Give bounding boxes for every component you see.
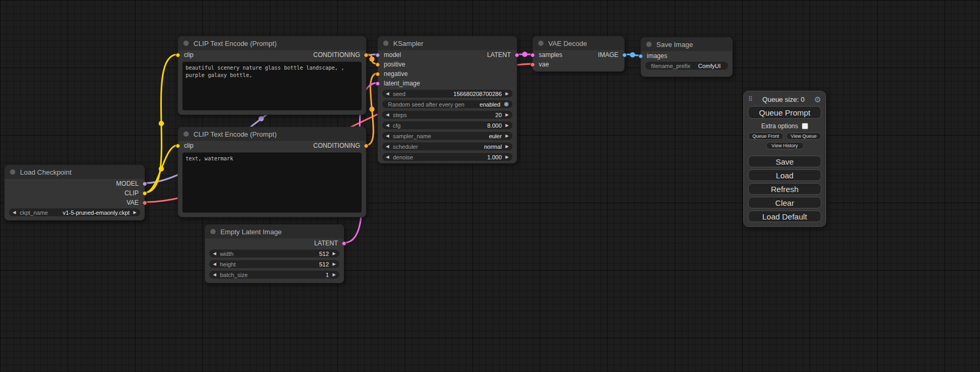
node-title-bar[interactable]: CLIP Text Encode (Prompt) bbox=[178, 127, 366, 141]
output-slot-vae[interactable] bbox=[142, 201, 147, 205]
input-slot-samples[interactable] bbox=[530, 53, 535, 58]
widget-scheduler[interactable]: ◀ scheduler normal ▶ bbox=[382, 142, 512, 150]
input-slot-model[interactable] bbox=[375, 53, 380, 58]
input-label-samples: samples bbox=[539, 51, 562, 59]
input-label-clip: clip bbox=[184, 142, 193, 149]
clear-button[interactable]: Clear bbox=[748, 197, 821, 208]
extra-options-checkbox[interactable] bbox=[802, 123, 808, 129]
node-title: VAE Decode bbox=[548, 40, 587, 47]
increment-icon[interactable]: ▶ bbox=[333, 273, 336, 277]
node-title-bar[interactable]: Load Checkpoint bbox=[5, 165, 144, 179]
combo-next-icon[interactable]: ▶ bbox=[506, 134, 509, 138]
decrement-icon[interactable]: ◀ bbox=[213, 273, 216, 277]
collapse-dot-icon[interactable] bbox=[10, 169, 15, 175]
collapse-dot-icon[interactable] bbox=[383, 41, 389, 46]
widget-cfg[interactable]: ◀ cfg 8.000 ▶ bbox=[382, 121, 512, 129]
collapse-dot-icon[interactable] bbox=[646, 42, 652, 47]
widget-filename-prefix[interactable]: filename_prefix ComfyUI bbox=[645, 62, 728, 70]
increment-icon[interactable]: ▶ bbox=[506, 155, 509, 159]
widget-value: euler bbox=[489, 133, 501, 139]
node-vae-decode[interactable]: VAE Decode samples IMAGE vae bbox=[532, 36, 625, 72]
increment-icon[interactable]: ▶ bbox=[506, 123, 509, 128]
combo-next-icon[interactable]: ▶ bbox=[133, 211, 137, 215]
link-midpoint-negative bbox=[370, 107, 375, 112]
node-ksampler[interactable]: KSampler model LATENT positive negative … bbox=[377, 36, 517, 164]
node-title-bar[interactable]: Save Image bbox=[641, 37, 732, 51]
output-label-conditioning: CONDITIONING bbox=[313, 51, 360, 59]
output-slot-image[interactable] bbox=[622, 53, 627, 58]
widget-steps[interactable]: ◀ steps 20 ▶ bbox=[382, 111, 512, 119]
collapse-dot-icon[interactable] bbox=[210, 229, 216, 234]
widget-ckpt-name[interactable]: ◀ ckpt_name v1-5-pruned-emaonly.ckpt ▶ bbox=[9, 208, 140, 216]
output-slot-latent[interactable] bbox=[515, 53, 519, 58]
output-label-image: IMAGE bbox=[598, 51, 618, 59]
queue-prompt-button[interactable]: Queue Prompt bbox=[748, 106, 821, 119]
combo-next-icon[interactable]: ▶ bbox=[506, 145, 509, 149]
node-clip-text-encode-negative[interactable]: CLIP Text Encode (Prompt) clip CONDITION… bbox=[178, 127, 366, 217]
collapse-dot-icon[interactable] bbox=[183, 131, 189, 137]
decrement-icon[interactable]: ◀ bbox=[213, 252, 216, 256]
collapse-dot-icon[interactable] bbox=[183, 41, 189, 46]
widget-label: Random seed after every gen bbox=[388, 101, 464, 108]
increment-icon[interactable]: ▶ bbox=[506, 92, 509, 96]
save-button[interactable]: Save bbox=[748, 156, 821, 167]
node-title-bar[interactable]: VAE Decode bbox=[533, 36, 624, 50]
input-slot-positive[interactable] bbox=[375, 62, 380, 67]
input-label-clip: clip bbox=[184, 51, 193, 59]
output-slot-model[interactable] bbox=[142, 182, 147, 186]
load-button[interactable]: Load bbox=[748, 169, 821, 181]
node-title-bar[interactable]: CLIP Text Encode (Prompt) bbox=[178, 36, 366, 50]
decrement-icon[interactable]: ◀ bbox=[213, 262, 216, 266]
widget-sampler-name[interactable]: ◀ sampler_name euler ▶ bbox=[382, 132, 512, 140]
decrement-icon[interactable]: ◀ bbox=[386, 92, 389, 96]
node-save-image[interactable]: Save Image images filename_prefix ComfyU… bbox=[641, 37, 733, 77]
widget-height[interactable]: ◀ height 512 ▶ bbox=[209, 260, 339, 268]
combo-prev-icon[interactable]: ◀ bbox=[13, 211, 16, 215]
output-label-latent: LATENT bbox=[487, 51, 511, 59]
input-slot-images[interactable] bbox=[638, 54, 643, 59]
increment-icon[interactable]: ▶ bbox=[333, 262, 336, 266]
toggle-indicator-icon[interactable] bbox=[504, 102, 509, 107]
settings-gear-icon[interactable]: ⚙ bbox=[814, 96, 821, 103]
drag-handle-icon[interactable]: ⠿ bbox=[748, 96, 753, 103]
input-slot-vae[interactable] bbox=[530, 62, 535, 67]
input-slot-clip[interactable] bbox=[176, 144, 180, 148]
widget-control-after-generate[interactable]: Random seed after every gen enabled bbox=[382, 100, 512, 108]
load-default-button[interactable]: Load Default bbox=[748, 211, 821, 222]
prompt-textarea[interactable]: text, watermark bbox=[182, 152, 362, 213]
prompt-textarea[interactable]: beautiful scenery nature glass bottle la… bbox=[182, 62, 362, 110]
output-slot-conditioning[interactable] bbox=[364, 53, 368, 58]
decrement-icon[interactable]: ◀ bbox=[386, 155, 389, 159]
widget-seed[interactable]: ◀ seed 156680208700286 ▶ bbox=[382, 90, 512, 98]
graph-canvas[interactable]: Load Checkpoint MODEL CLIP VAE ◀ ckpt_na… bbox=[0, 0, 980, 372]
collapse-dot-icon[interactable] bbox=[538, 41, 544, 46]
view-history-button[interactable]: View History bbox=[766, 142, 804, 149]
node-title: Save Image bbox=[656, 41, 693, 49]
widget-denoise[interactable]: ◀ denoise 1.000 ▶ bbox=[382, 153, 512, 161]
node-clip-text-encode-positive[interactable]: CLIP Text Encode (Prompt) clip CONDITION… bbox=[178, 36, 366, 115]
node-load-checkpoint[interactable]: Load Checkpoint MODEL CLIP VAE ◀ ckpt_na… bbox=[4, 165, 145, 221]
node-title-bar[interactable]: Empty Latent Image bbox=[205, 225, 344, 239]
combo-prev-icon[interactable]: ◀ bbox=[386, 134, 389, 138]
input-slot-clip[interactable] bbox=[176, 53, 180, 58]
decrement-icon[interactable]: ◀ bbox=[386, 123, 389, 128]
input-slot-latent-image[interactable] bbox=[375, 81, 380, 86]
output-label-model: MODEL bbox=[116, 180, 139, 187]
node-empty-latent-image[interactable]: Empty Latent Image LATENT ◀ width 512 ▶ … bbox=[205, 224, 344, 283]
output-slot-conditioning[interactable] bbox=[364, 144, 368, 148]
increment-icon[interactable]: ▶ bbox=[333, 252, 336, 256]
widget-value: 20 bbox=[496, 112, 502, 118]
input-slot-negative[interactable] bbox=[375, 72, 380, 77]
increment-icon[interactable]: ▶ bbox=[506, 113, 509, 117]
node-title-bar[interactable]: KSampler bbox=[378, 36, 517, 50]
widget-width[interactable]: ◀ width 512 ▶ bbox=[209, 250, 339, 257]
decrement-icon[interactable]: ◀ bbox=[386, 113, 389, 117]
output-slot-clip[interactable] bbox=[142, 191, 147, 196]
widget-value: 156680208700286 bbox=[453, 91, 502, 97]
combo-prev-icon[interactable]: ◀ bbox=[386, 145, 389, 149]
refresh-button[interactable]: Refresh bbox=[748, 183, 821, 195]
output-slot-latent[interactable] bbox=[342, 241, 346, 246]
queue-front-button[interactable]: Queue Front bbox=[748, 132, 783, 140]
view-queue-button[interactable]: View Queue bbox=[786, 132, 821, 140]
widget-batch-size[interactable]: ◀ batch_size 1 ▶ bbox=[209, 271, 339, 279]
